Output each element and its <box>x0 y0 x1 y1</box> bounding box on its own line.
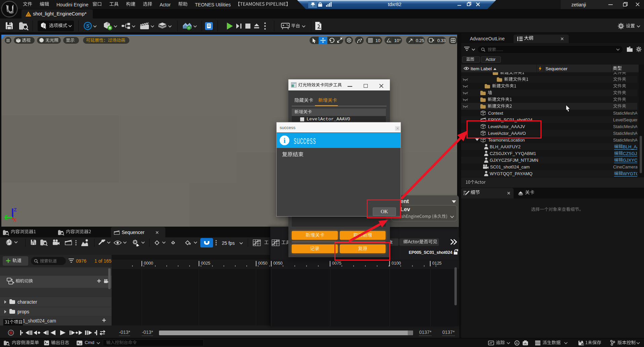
svg-text:S: S <box>86 23 89 29</box>
svg-text:tdxr82: tdxr82 <box>388 2 401 7</box>
svg-text:Z: Z <box>14 207 17 213</box>
svg-text:X: X <box>13 217 17 222</box>
